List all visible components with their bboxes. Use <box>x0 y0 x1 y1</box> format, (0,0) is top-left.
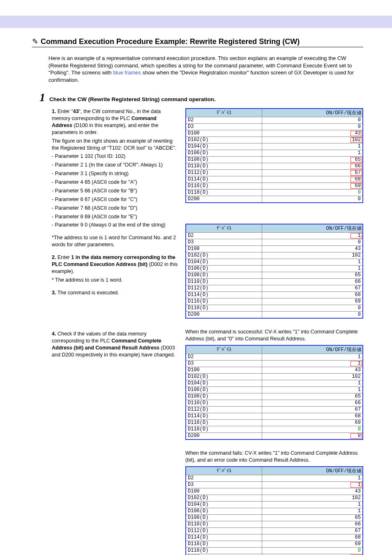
table-row: D112(D)67 <box>186 285 362 292</box>
table-row: D112(D)67 <box>186 170 362 176</box>
value-cell: 43 <box>262 130 362 137</box>
monitor-table-4: ﾃﾞﾊﾞｲｽON/OFF/現在値D21D31D10043D102(D)102D1… <box>185 466 363 555</box>
value-cell: 0 <box>262 547 362 554</box>
param-line: - Parameter 6 67 (ASCII code for "C") <box>52 196 178 203</box>
addr-1word: * The address to use is 1 word. <box>52 277 178 284</box>
table-row: D31 <box>186 360 362 367</box>
value-cell: 1 <box>262 354 362 360</box>
value-cell: 102 <box>262 252 362 259</box>
table-row: D110(D)66 <box>186 400 362 406</box>
table-row: D10043 <box>186 367 362 373</box>
device-cell: D104(D) <box>186 259 262 266</box>
table-row: D106(D)1 <box>186 508 362 514</box>
col-header-value: ON/OFF/現在値 <box>262 109 362 117</box>
device-cell: D106(D) <box>186 386 262 393</box>
value-cell: 102 <box>262 495 362 501</box>
device-cell: D106(D) <box>186 508 262 514</box>
device-cell: D102(D) <box>186 373 262 380</box>
device-cell: D2 <box>186 354 262 360</box>
device-cell: D118(D) <box>186 426 262 432</box>
value-cell: 68 <box>262 292 362 298</box>
table-row: D21 <box>186 475 362 481</box>
device-cell: D108(D) <box>186 272 262 279</box>
table-row: D10043 <box>186 246 362 252</box>
table-row: D112(D)67 <box>186 527 362 534</box>
table-row: D104(D)1 <box>186 143 362 150</box>
value-cell: 69 <box>262 183 362 190</box>
param-line: - Parameter 2 1 (In the case of "OCR": A… <box>52 162 178 169</box>
device-cell: D116(D) <box>186 419 262 426</box>
table-row: D108(D)65 <box>186 393 362 400</box>
device-cell: D102(D) <box>186 137 262 143</box>
device-cell: D116(D) <box>186 298 262 305</box>
caption-fail: When the command fails: CV-X writes "1" … <box>185 450 363 464</box>
value-cell: 102 <box>262 373 362 380</box>
device-cell: D110(D) <box>186 400 262 406</box>
device-cell: D2 <box>186 475 262 481</box>
t: 43 <box>73 109 79 114</box>
value-cell: 66 <box>262 279 362 285</box>
value-cell: 1 <box>262 360 362 367</box>
value-cell: 66 <box>262 163 362 170</box>
hand-icon: ✎ <box>32 37 38 46</box>
table-row: D106(D)1 <box>186 150 362 157</box>
value-cell: 1 <box>262 380 362 386</box>
device-cell: D102(D) <box>186 252 262 259</box>
device-cell: D106(D) <box>186 266 262 272</box>
table-row: D116(D)69 <box>186 419 362 426</box>
value-cell: 68 <box>262 176 362 183</box>
rewrite-note: The figure on the right shows an example… <box>52 138 178 152</box>
step-heading-row: 1 Check the CW (Rewrite Registered Strin… <box>32 91 363 104</box>
table-row: D104(D)1 <box>186 501 362 508</box>
value-cell: 0 <box>262 305 362 312</box>
table-row: D110(D)66 <box>186 279 362 285</box>
value-cell: 1 <box>262 259 362 266</box>
table-row: D106(D)1 <box>186 386 362 393</box>
table-row: D110(D)66 <box>186 163 362 170</box>
table-row: D21 <box>186 354 362 360</box>
device-cell: D3 <box>186 360 262 367</box>
monitor-table-1: ﾃﾞﾊﾞｲｽON/OFF/現在値D20D30D10043D102(D)102D1… <box>185 108 363 203</box>
device-cell: D110(D) <box>186 163 262 170</box>
device-cell: D112(D) <box>186 406 262 413</box>
value-cell: 69 <box>262 298 362 305</box>
step-3-num: 3. <box>52 290 56 296</box>
value-cell: 1 <box>262 501 362 508</box>
table-row: D104(D)1 <box>186 259 362 266</box>
device-cell: D100 <box>186 488 262 495</box>
table-row: D30 <box>186 239 362 246</box>
col-header-value: ON/OFF/現在値 <box>262 467 362 475</box>
value-cell: 43 <box>262 246 362 252</box>
t: Enter " <box>56 109 73 114</box>
value-cell: 0 <box>262 124 362 130</box>
table-row: D2000 <box>186 196 362 203</box>
device-cell: D110(D) <box>186 279 262 285</box>
param-line: - Parameter 8 69 (ASCII code for "E") <box>52 213 178 220</box>
value-cell: 1 <box>262 508 362 514</box>
table-row: D10043 <box>186 130 362 137</box>
table-row: D2000 <box>186 432 362 439</box>
step-1-num: 1. <box>52 109 56 114</box>
device-cell: D108(D) <box>186 514 262 521</box>
table-row: D108(D)65 <box>186 272 362 279</box>
col-header-device: ﾃﾞﾊﾞｲｽ <box>186 467 262 475</box>
col-header-device: ﾃﾞﾊﾞｲｽ <box>186 224 262 233</box>
value-cell: 1 <box>262 386 362 393</box>
table-row: D102(D)102 <box>186 373 362 380</box>
param-line: - Parameter 1 102 (Tool ID: 102) <box>52 153 178 160</box>
device-cell: D114(D) <box>186 292 262 298</box>
device-cell: D114(D) <box>186 534 262 541</box>
monitor-table-3: ﾃﾞﾊﾞｲｽON/OFF/現在値D21D31D10043D102(D)102D1… <box>185 345 363 440</box>
param-line: - Parameter 5 66 (ASCII code for "B") <box>52 187 178 194</box>
table-row: D21 <box>186 233 362 239</box>
value-cell: 1 <box>262 233 362 239</box>
table-row: D31 <box>186 481 362 488</box>
device-cell: D104(D) <box>186 143 262 150</box>
device-cell: D2 <box>186 117 262 124</box>
value-cell: 0 <box>262 239 362 246</box>
value-cell: 65 <box>262 272 362 279</box>
value-cell: 43 <box>262 367 362 373</box>
device-cell: D200 <box>186 432 262 439</box>
t: The command is executed. <box>56 290 119 296</box>
section-title: ✎ Command Execution Procedure Example: R… <box>32 37 363 47</box>
